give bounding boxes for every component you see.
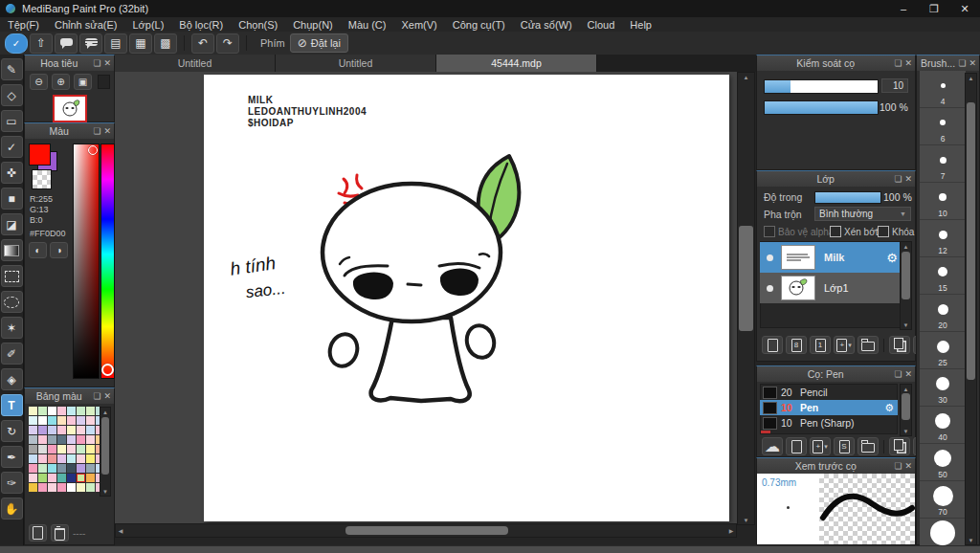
palette-swatch[interactable] <box>67 407 76 415</box>
new-palette-color-button[interactable] <box>29 524 47 542</box>
palette-swatch[interactable] <box>86 464 95 473</box>
magic-wand-tool[interactable]: ✶ <box>1 317 23 339</box>
share-icon[interactable]: ⇧ <box>30 33 53 54</box>
shape-tool[interactable]: ▭ <box>1 110 23 132</box>
palette-swatch[interactable] <box>29 474 37 482</box>
brush-size-30[interactable]: 30 <box>920 369 966 407</box>
popout-icon[interactable]: ❏ <box>93 126 100 136</box>
palette-swatch[interactable] <box>86 435 95 444</box>
close-panel-icon[interactable]: ✕ <box>103 58 111 68</box>
palette-swatch[interactable] <box>86 426 95 434</box>
pen-nib-tool[interactable]: ✑ <box>1 472 23 494</box>
minimize-button[interactable]: – <box>888 0 919 17</box>
new-8bit-layer-icon[interactable]: 8 <box>786 336 807 354</box>
palette-swatch[interactable] <box>57 483 66 492</box>
menu-item-tpf[interactable]: Tệp(F) <box>0 19 47 31</box>
menu-item-help[interactable]: Help <box>622 19 659 31</box>
new-brush-icon[interactable] <box>786 437 807 455</box>
select-eraser-tool[interactable]: ◈ <box>1 368 23 390</box>
navigator-zoom-slider[interactable] <box>98 75 110 89</box>
palette-swatch[interactable] <box>86 474 95 482</box>
palette-swatch[interactable] <box>57 445 66 453</box>
brush-size-12[interactable]: 12 <box>920 220 966 257</box>
brush-script-icon[interactable]: S <box>834 437 855 455</box>
layer-settings-icon[interactable]: ⚙ <box>886 251 898 265</box>
palette-swatch[interactable] <box>67 426 76 434</box>
layer-folder-icon[interactable] <box>858 336 879 354</box>
layer-visibility-icon[interactable] <box>767 254 773 261</box>
text-tool[interactable]: T <box>1 394 23 416</box>
brush-size-6[interactable]: 6 <box>920 108 966 145</box>
canvas-vscrollbar[interactable]: ▲ ▼ <box>737 72 755 525</box>
blend-mode-dropdown[interactable]: Bình thường▼ <box>814 207 911 221</box>
brush-size-4[interactable]: 4 <box>920 71 966 108</box>
palette-swatch[interactable] <box>77 483 85 492</box>
menu-item-xemv[interactable]: Xem(V) <box>393 19 444 31</box>
palette-swatch[interactable] <box>29 426 37 434</box>
palette-swatch[interactable] <box>86 454 95 463</box>
bucket-tool[interactable]: ◪ <box>1 213 23 235</box>
undo-button[interactable]: ↶ <box>191 33 214 54</box>
add-layer-menu-icon[interactable]: +▾ <box>834 336 855 354</box>
menu-item-chns[interactable]: Chọn(S) <box>231 19 285 31</box>
palette-swatch[interactable] <box>38 483 47 492</box>
saturation-value-picker[interactable] <box>73 144 100 379</box>
palette-swatch[interactable] <box>57 454 66 463</box>
menu-item-cngct[interactable]: Công cụ(T) <box>445 19 513 31</box>
palette-swatch[interactable] <box>48 474 56 482</box>
layer-opacity-slider[interactable] <box>814 191 881 204</box>
brush-size-20[interactable]: 20 <box>920 295 966 332</box>
palette-swatch[interactable] <box>57 464 66 473</box>
palette-swatch[interactable] <box>77 474 85 482</box>
polyline-tool[interactable]: ✓ <box>1 136 23 158</box>
duplicate-brush-icon[interactable] <box>889 437 910 455</box>
palette-swatch[interactable] <box>77 426 85 434</box>
canvas-hscrollbar[interactable]: ◀ ▶ <box>115 523 737 538</box>
fit-view-icon[interactable]: ▣ <box>74 74 92 90</box>
palette-swatch[interactable] <box>48 416 56 425</box>
brush-row-pen-sharp[interactable]: 10Pen (Sharp) <box>760 415 898 431</box>
popout-icon[interactable]: ❏ <box>894 58 902 68</box>
palette-swatch[interactable] <box>29 435 37 444</box>
palette-swatch[interactable] <box>29 483 37 492</box>
palette-swatch[interactable] <box>38 474 47 482</box>
palette-swatch[interactable] <box>77 407 85 415</box>
brush-sizes-scrollbar[interactable]: ▲ ▼ <box>965 73 977 545</box>
palette-swatch[interactable] <box>48 435 56 444</box>
popout-icon[interactable]: ❏ <box>894 461 902 471</box>
menu-item-cloud[interactable]: Cloud <box>580 19 623 31</box>
reset-button[interactable]: ⊘ Đặt lại <box>290 33 348 53</box>
comment-icon[interactable] <box>79 33 102 54</box>
grid-edit-icon[interactable]: ▩ <box>154 33 177 54</box>
palette-swatch[interactable] <box>38 407 47 415</box>
move-tool[interactable]: ✜ <box>1 162 23 184</box>
palette-swatch[interactable] <box>29 416 37 425</box>
popout-icon[interactable]: ❏ <box>93 58 100 68</box>
palette-swatch[interactable] <box>77 445 85 453</box>
palette-swatch[interactable] <box>77 435 85 444</box>
document-icon[interactable]: ▤ <box>104 33 127 54</box>
layer-row-milk[interactable]: Milk ⚙ <box>760 242 904 273</box>
close-panel-icon[interactable]: ✕ <box>904 461 912 471</box>
palette-swatch[interactable] <box>57 474 66 482</box>
palette-scrollbar[interactable]: ▲ ▼ <box>100 407 111 497</box>
menu-item-muc[interactable]: Màu (C) <box>341 19 394 31</box>
fill-rect-tool[interactable]: ■ <box>1 188 23 210</box>
palette-swatch[interactable] <box>48 426 56 434</box>
brush-size-70[interactable]: 70 <box>920 481 966 519</box>
layer-visibility-icon[interactable] <box>767 285 773 292</box>
palette-swatch[interactable] <box>67 416 76 425</box>
canvas-area[interactable]: MILK LEDOANTHUYLINH2004 $HOIDAP h tính s… <box>115 72 737 523</box>
color-swap-icon[interactable]: ◑ <box>50 242 68 258</box>
zoom-out-icon[interactable]: ⊖ <box>30 74 48 90</box>
popout-icon[interactable]: ❏ <box>958 58 966 68</box>
canvas-page[interactable]: MILK LEDOANTHUYLINH2004 $HOIDAP h tính s… <box>204 75 729 521</box>
color-set-icon[interactable]: ◐ <box>29 242 47 258</box>
brush-settings-icon[interactable]: ⚙ <box>884 402 894 414</box>
close-button[interactable]: ✕ <box>949 0 980 17</box>
palette-swatch[interactable] <box>77 454 85 463</box>
palette-swatch[interactable] <box>86 407 95 415</box>
brush-opacity-slider[interactable] <box>764 100 879 115</box>
lasso-tool[interactable] <box>1 291 23 313</box>
palette-swatch[interactable] <box>77 464 85 473</box>
